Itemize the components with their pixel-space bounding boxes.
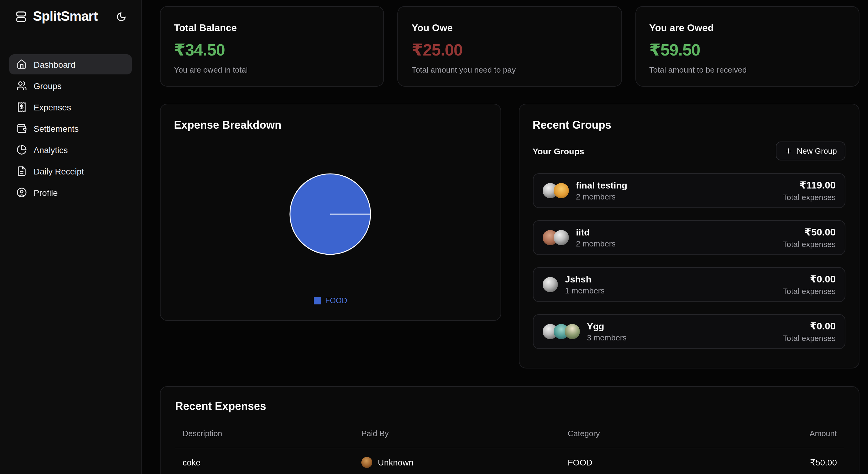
member-avatar: [553, 183, 568, 198]
brand: SplitSmart: [0, 0, 141, 23]
stat-card-title: You Owe: [412, 23, 608, 34]
column-header-description: Description: [183, 429, 361, 438]
sidebar-item-label: Expenses: [34, 102, 71, 112]
group-info: Jshsh1 members: [565, 274, 604, 295]
sidebar-item-label: Profile: [34, 188, 58, 197]
group-info: final testing2 members: [576, 180, 627, 201]
column-header-paid-by: Paid By: [361, 429, 568, 438]
app-title: SplitSmart: [33, 8, 98, 24]
group-total-label: Total expenses: [783, 240, 836, 249]
group-name: Jshsh: [565, 274, 604, 284]
main-content: Total Balance₹34.50You are owed in total…: [142, 0, 868, 474]
stat-card-total-balance: Total Balance₹34.50You are owed in total: [160, 6, 384, 87]
expense-description: coke: [183, 458, 361, 467]
new-group-button-label: New Group: [797, 146, 837, 156]
group-amount-block: ₹119.00Total expenses: [783, 179, 836, 202]
member-avatar: [564, 324, 580, 339]
group-name: Ygg: [587, 321, 627, 331]
sidebar-item-label: Daily Receipt: [34, 166, 84, 176]
stats-row: Total Balance₹34.50You are owed in total…: [160, 6, 860, 87]
group-avatars: [542, 183, 568, 198]
group-info: iitd2 members: [576, 227, 616, 248]
group-name: final testing: [576, 180, 627, 190]
middle-row: Expense Breakdown FOOD Recent Groups You…: [160, 104, 860, 369]
sidebar-item-label: Analytics: [34, 145, 68, 155]
expenses-table-body: cokeUnknownFOOD₹50.00: [175, 448, 844, 474]
group-total-amount: ₹0.00: [783, 273, 836, 285]
column-header-category: Category: [568, 429, 775, 438]
group-total-amount: ₹119.00: [783, 179, 836, 191]
group-row-iitd[interactable]: iitd2 members₹50.00Total expenses: [533, 220, 845, 255]
stat-card-amount: ₹59.50: [649, 40, 845, 60]
group-total-label: Total expenses: [783, 193, 836, 202]
column-header-amount: Amount: [775, 429, 837, 438]
stat-card-note: Total amount to be received: [649, 65, 845, 74]
group-amount-block: ₹0.00Total expenses: [783, 320, 836, 343]
expense-category: FOOD: [568, 458, 775, 467]
expense-pie-chart[interactable]: [174, 173, 487, 256]
group-row-final-testing[interactable]: final testing2 members₹119.00Total expen…: [533, 173, 845, 208]
splitsmart-logo-icon: [14, 10, 28, 23]
sidebar-nav: DashboardGroupsExpensesSettlementsAnalyt…: [0, 54, 141, 203]
stat-card-note: Total amount you need to pay: [412, 65, 608, 74]
moon-icon: [116, 11, 126, 22]
plus-icon: [785, 147, 793, 155]
users-icon: [17, 80, 27, 91]
sidebar-item-analytics[interactable]: Analytics: [9, 140, 132, 160]
sidebar-item-daily-receipt[interactable]: Daily Receipt: [9, 161, 132, 181]
sidebar-item-settlements[interactable]: Settlements: [9, 118, 132, 138]
app-root: SplitSmart DashboardGroupsExpensesSettle…: [0, 0, 868, 474]
pie-chart-icon: [17, 144, 27, 155]
group-avatars: [542, 324, 580, 339]
group-name: iitd: [576, 227, 616, 237]
group-info: Ygg3 members: [587, 321, 627, 342]
group-amount-block: ₹0.00Total expenses: [783, 273, 836, 296]
user-circle-icon: [17, 187, 27, 198]
expense-breakdown-card: Expense Breakdown FOOD: [160, 104, 501, 321]
sidebar-item-label: Dashboard: [34, 60, 75, 69]
group-total-amount: ₹50.00: [783, 226, 836, 238]
group-amount-block: ₹50.00Total expenses: [783, 226, 836, 249]
stat-card-title: Total Balance: [174, 23, 370, 34]
member-avatar: [542, 277, 558, 292]
new-group-button[interactable]: New Group: [776, 141, 846, 161]
group-members-count: 1 members: [565, 286, 604, 295]
group-members-count: 2 members: [576, 192, 627, 201]
expenses-table: DescriptionPaid ByCategoryAmount cokeUnk…: [175, 424, 844, 474]
legend-item-food[interactable]: FOOD: [313, 297, 347, 305]
wallet-icon: [17, 123, 27, 134]
group-total-label: Total expenses: [783, 287, 836, 296]
group-members-count: 3 members: [587, 333, 627, 342]
group-members-count: 2 members: [576, 239, 616, 248]
recent-groups-card: Recent Groups Your Groups New Group fina…: [519, 104, 860, 369]
recent-expenses-card: Recent Expenses DescriptionPaid ByCatego…: [160, 386, 860, 474]
group-total-amount: ₹0.00: [783, 320, 836, 332]
sidebar-item-groups[interactable]: Groups: [9, 76, 132, 96]
receipt-icon: [17, 102, 27, 112]
recent-groups-title: Recent Groups: [533, 119, 845, 132]
sidebar-item-dashboard[interactable]: Dashboard: [9, 54, 132, 74]
payer-name: Unknown: [378, 458, 413, 467]
sidebar-item-label: Settlements: [34, 124, 79, 133]
legend-label: FOOD: [325, 297, 347, 305]
theme-toggle-button[interactable]: [115, 10, 128, 23]
group-row-jshsh[interactable]: Jshsh1 members₹0.00Total expenses: [533, 267, 845, 302]
sidebar: SplitSmart DashboardGroupsExpensesSettle…: [0, 0, 142, 474]
legend-swatch: [313, 297, 321, 304]
home-icon: [17, 59, 27, 70]
stat-card-title: You are Owed: [649, 23, 845, 34]
stat-card-amount: ₹34.50: [174, 40, 370, 60]
group-row-ygg[interactable]: Ygg3 members₹0.00Total expenses: [533, 314, 845, 349]
sidebar-item-expenses[interactable]: Expenses: [9, 97, 132, 117]
chart-legend: FOOD: [174, 297, 487, 305]
file-text-icon: [17, 166, 27, 176]
sidebar-item-label: Groups: [34, 81, 62, 91]
sidebar-item-profile[interactable]: Profile: [9, 182, 132, 203]
stat-card-you-owe: You Owe₹25.00Total amount you need to pa…: [398, 6, 622, 87]
group-avatars: [542, 230, 568, 245]
member-avatar: [553, 230, 568, 245]
expense-breakdown-title: Expense Breakdown: [174, 119, 487, 132]
groups-header: Your Groups New Group: [533, 141, 845, 161]
your-groups-label: Your Groups: [533, 146, 584, 156]
recent-expenses-title: Recent Expenses: [175, 400, 844, 413]
